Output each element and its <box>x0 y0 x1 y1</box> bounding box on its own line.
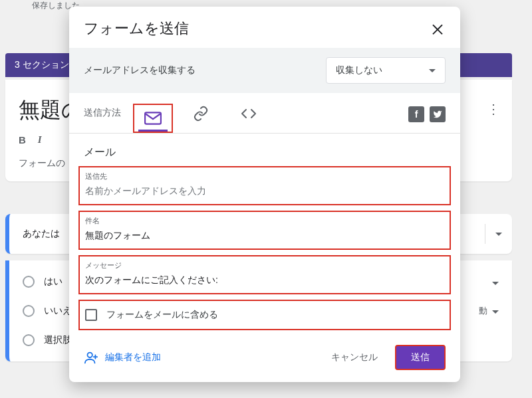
close-button[interactable] <box>430 21 446 37</box>
send-button[interactable]: 送信 <box>395 345 446 370</box>
facebook-icon: f <box>415 109 418 120</box>
add-collaborators-button[interactable]: 編集者を追加 <box>84 350 161 365</box>
dialog-overlay: フォームを送信 メールアドレスを収集する 収集しない 送信方法 <box>0 0 532 398</box>
tab-link[interactable] <box>181 104 221 133</box>
to-placeholder: 名前かメールアドレスを入力 <box>85 185 444 197</box>
close-icon <box>430 21 446 37</box>
include-form-checkbox[interactable] <box>85 309 97 321</box>
collect-email-select[interactable]: 収集しない <box>326 57 446 84</box>
dialog-actions: 編集者を追加 キャンセル 送信 <box>69 336 460 370</box>
message-value: 次のフォームにご記入ください: <box>85 274 444 286</box>
link-icon <box>193 106 209 122</box>
svg-point-1 <box>88 353 92 357</box>
embed-icon <box>240 107 257 120</box>
collect-email-label: メールアドレスを収集する <box>84 64 196 76</box>
right-actions: キャンセル 送信 <box>321 345 446 370</box>
twitter-icon <box>433 110 442 119</box>
subject-value: 無題のフォーム <box>85 230 444 242</box>
send-via-tabs: 送信方法 f <box>69 93 460 134</box>
twitter-share-button[interactable] <box>430 106 446 122</box>
email-icon <box>144 112 162 125</box>
subject-label: 件名 <box>85 216 444 226</box>
tab-embed[interactable] <box>229 104 269 133</box>
add-collaborators-label: 編集者を追加 <box>105 351 161 363</box>
dialog-header: フォームを送信 <box>69 7 460 48</box>
collect-email-row: メールアドレスを収集する 収集しない <box>69 48 460 93</box>
message-field[interactable]: メッセージ 次のフォームにご記入ください: <box>78 255 451 294</box>
facebook-share-button[interactable]: f <box>408 106 424 122</box>
include-form-label: フォームをメールに含める <box>106 309 218 321</box>
tab-email[interactable] <box>133 104 173 133</box>
email-section-label: メール <box>69 134 460 165</box>
cancel-button[interactable]: キャンセル <box>321 346 388 369</box>
chevron-down-icon <box>429 69 436 72</box>
message-label: メッセージ <box>85 260 444 270</box>
subject-field[interactable]: 件名 無題のフォーム <box>78 211 451 250</box>
include-form-row[interactable]: フォームをメールに含める <box>78 300 451 330</box>
send-via-label: 送信方法 <box>84 107 121 130</box>
send-form-dialog: フォームを送信 メールアドレスを収集する 収集しない 送信方法 <box>69 7 460 382</box>
to-label: 送信先 <box>85 171 444 181</box>
to-field[interactable]: 送信先 名前かメールアドレスを入力 <box>78 166 451 205</box>
social-share: f <box>408 106 446 130</box>
collect-email-value: 収集しない <box>336 64 382 76</box>
person-add-icon <box>84 350 98 365</box>
dialog-title: フォームを送信 <box>84 19 430 39</box>
